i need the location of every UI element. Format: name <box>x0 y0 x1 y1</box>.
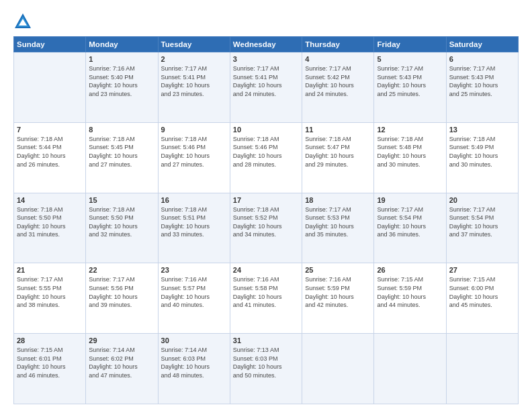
calendar-cell: 20Sunrise: 7:17 AM Sunset: 5:54 PM Dayli… <box>446 193 518 263</box>
day-info: Sunrise: 7:16 AM Sunset: 5:59 PM Dayligh… <box>305 275 371 309</box>
day-info: Sunrise: 7:17 AM Sunset: 5:54 PM Dayligh… <box>377 205 443 239</box>
calendar-cell: 7Sunrise: 7:18 AM Sunset: 5:44 PM Daylig… <box>14 122 86 193</box>
calendar-cell: 19Sunrise: 7:17 AM Sunset: 5:54 PM Dayli… <box>374 193 446 263</box>
calendar-cell: 26Sunrise: 7:15 AM Sunset: 5:59 PM Dayli… <box>374 263 446 334</box>
day-number: 3 <box>233 55 299 63</box>
day-number: 22 <box>89 266 154 274</box>
calendar-week-row: 28Sunrise: 7:15 AM Sunset: 6:01 PM Dayli… <box>14 334 519 404</box>
calendar-cell: 15Sunrise: 7:18 AM Sunset: 5:50 PM Dayli… <box>86 193 158 263</box>
calendar-cell <box>302 334 374 404</box>
calendar-week-row: 7Sunrise: 7:18 AM Sunset: 5:44 PM Daylig… <box>14 122 519 193</box>
day-number: 23 <box>161 266 227 274</box>
day-number: 27 <box>449 266 515 274</box>
day-info: Sunrise: 7:18 AM Sunset: 5:46 PM Dayligh… <box>233 135 299 169</box>
day-number: 17 <box>233 196 299 204</box>
day-number: 28 <box>17 336 83 345</box>
weekday-header: Saturday <box>446 37 518 52</box>
day-number: 9 <box>161 126 227 134</box>
header-row: SundayMondayTuesdayWednesdayThursdayFrid… <box>14 37 519 52</box>
calendar-week-row: 21Sunrise: 7:17 AM Sunset: 5:55 PM Dayli… <box>14 263 519 334</box>
weekday-header: Monday <box>86 37 158 52</box>
day-number: 19 <box>377 196 443 204</box>
day-number: 16 <box>161 196 227 204</box>
day-info: Sunrise: 7:17 AM Sunset: 5:41 PM Dayligh… <box>161 64 227 98</box>
calendar-cell: 10Sunrise: 7:18 AM Sunset: 5:46 PM Dayli… <box>230 122 302 193</box>
day-info: Sunrise: 7:18 AM Sunset: 5:47 PM Dayligh… <box>305 135 371 169</box>
day-info: Sunrise: 7:17 AM Sunset: 5:42 PM Dayligh… <box>305 64 371 98</box>
day-number: 15 <box>89 196 154 204</box>
day-info: Sunrise: 7:18 AM Sunset: 5:44 PM Dayligh… <box>17 135 83 169</box>
day-info: Sunrise: 7:18 AM Sunset: 5:46 PM Dayligh… <box>161 135 227 169</box>
day-number: 4 <box>305 55 371 63</box>
calendar-cell: 11Sunrise: 7:18 AM Sunset: 5:47 PM Dayli… <box>302 122 374 193</box>
day-number: 24 <box>233 266 299 274</box>
calendar-cell: 16Sunrise: 7:18 AM Sunset: 5:51 PM Dayli… <box>158 193 230 263</box>
day-number: 7 <box>17 126 83 134</box>
day-info: Sunrise: 7:15 AM Sunset: 6:00 PM Dayligh… <box>449 275 515 309</box>
day-number: 2 <box>161 55 227 63</box>
calendar-cell: 8Sunrise: 7:18 AM Sunset: 5:45 PM Daylig… <box>86 122 158 193</box>
day-info: Sunrise: 7:18 AM Sunset: 5:50 PM Dayligh… <box>17 205 83 239</box>
day-info: Sunrise: 7:16 AM Sunset: 5:57 PM Dayligh… <box>161 275 227 309</box>
day-number: 1 <box>89 55 154 63</box>
calendar-week-row: 14Sunrise: 7:18 AM Sunset: 5:50 PM Dayli… <box>14 193 519 263</box>
calendar-cell: 21Sunrise: 7:17 AM Sunset: 5:55 PM Dayli… <box>14 263 86 334</box>
calendar-header: SundayMondayTuesdayWednesdayThursdayFrid… <box>14 37 519 52</box>
calendar-cell: 1Sunrise: 7:16 AM Sunset: 5:40 PM Daylig… <box>86 52 158 123</box>
calendar-cell: 25Sunrise: 7:16 AM Sunset: 5:59 PM Dayli… <box>302 263 374 334</box>
logo <box>13 12 35 31</box>
day-number: 6 <box>449 55 515 63</box>
day-info: Sunrise: 7:18 AM Sunset: 5:52 PM Dayligh… <box>233 205 299 239</box>
day-number: 30 <box>161 336 227 345</box>
calendar-cell: 4Sunrise: 7:17 AM Sunset: 5:42 PM Daylig… <box>302 52 374 123</box>
day-info: Sunrise: 7:15 AM Sunset: 6:01 PM Dayligh… <box>17 346 83 379</box>
day-info: Sunrise: 7:17 AM Sunset: 5:43 PM Dayligh… <box>377 64 443 98</box>
day-info: Sunrise: 7:18 AM Sunset: 5:45 PM Dayligh… <box>89 135 154 169</box>
day-info: Sunrise: 7:17 AM Sunset: 5:56 PM Dayligh… <box>89 275 154 309</box>
weekday-header: Thursday <box>302 37 374 52</box>
day-number: 12 <box>377 126 443 134</box>
day-info: Sunrise: 7:16 AM Sunset: 5:40 PM Dayligh… <box>89 64 154 98</box>
day-number: 20 <box>449 196 515 204</box>
calendar-cell <box>14 52 86 123</box>
day-info: Sunrise: 7:18 AM Sunset: 5:51 PM Dayligh… <box>161 205 227 239</box>
day-info: Sunrise: 7:13 AM Sunset: 6:03 PM Dayligh… <box>233 346 299 379</box>
day-info: Sunrise: 7:14 AM Sunset: 6:02 PM Dayligh… <box>89 346 154 379</box>
calendar-table: SundayMondayTuesdayWednesdayThursdayFrid… <box>13 36 519 404</box>
day-number: 25 <box>305 266 371 274</box>
calendar-cell: 17Sunrise: 7:18 AM Sunset: 5:52 PM Dayli… <box>230 193 302 263</box>
calendar-cell: 12Sunrise: 7:18 AM Sunset: 5:48 PM Dayli… <box>374 122 446 193</box>
weekday-header: Friday <box>374 37 446 52</box>
calendar-body: 1Sunrise: 7:16 AM Sunset: 5:40 PM Daylig… <box>14 52 519 404</box>
day-info: Sunrise: 7:15 AM Sunset: 5:59 PM Dayligh… <box>377 275 443 309</box>
day-number: 11 <box>305 126 371 134</box>
calendar-cell: 5Sunrise: 7:17 AM Sunset: 5:43 PM Daylig… <box>374 52 446 123</box>
day-number: 10 <box>233 126 299 134</box>
day-number: 26 <box>377 266 443 274</box>
day-number: 13 <box>449 126 515 134</box>
calendar-cell: 23Sunrise: 7:16 AM Sunset: 5:57 PM Dayli… <box>158 263 230 334</box>
calendar-week-row: 1Sunrise: 7:16 AM Sunset: 5:40 PM Daylig… <box>14 52 519 123</box>
calendar-page: SundayMondayTuesdayWednesdayThursdayFrid… <box>0 0 532 411</box>
day-number: 14 <box>17 196 83 204</box>
day-info: Sunrise: 7:16 AM Sunset: 5:58 PM Dayligh… <box>233 275 299 309</box>
day-info: Sunrise: 7:17 AM Sunset: 5:54 PM Dayligh… <box>449 205 515 239</box>
calendar-cell: 13Sunrise: 7:18 AM Sunset: 5:49 PM Dayli… <box>446 122 518 193</box>
day-info: Sunrise: 7:18 AM Sunset: 5:50 PM Dayligh… <box>89 205 154 239</box>
calendar-cell: 2Sunrise: 7:17 AM Sunset: 5:41 PM Daylig… <box>158 52 230 123</box>
calendar-cell: 14Sunrise: 7:18 AM Sunset: 5:50 PM Dayli… <box>14 193 86 263</box>
calendar-cell: 30Sunrise: 7:14 AM Sunset: 6:03 PM Dayli… <box>158 334 230 404</box>
weekday-header: Sunday <box>14 37 86 52</box>
calendar-cell: 6Sunrise: 7:17 AM Sunset: 5:43 PM Daylig… <box>446 52 518 123</box>
weekday-header: Wednesday <box>230 37 302 52</box>
day-info: Sunrise: 7:18 AM Sunset: 5:48 PM Dayligh… <box>377 135 443 169</box>
day-number: 31 <box>233 336 299 345</box>
day-info: Sunrise: 7:18 AM Sunset: 5:49 PM Dayligh… <box>449 135 515 169</box>
logo-icon <box>13 12 32 31</box>
day-info: Sunrise: 7:17 AM Sunset: 5:53 PM Dayligh… <box>305 205 371 239</box>
day-number: 5 <box>377 55 443 63</box>
calendar-cell: 18Sunrise: 7:17 AM Sunset: 5:53 PM Dayli… <box>302 193 374 263</box>
day-number: 21 <box>17 266 83 274</box>
header <box>13 12 519 31</box>
calendar-cell: 9Sunrise: 7:18 AM Sunset: 5:46 PM Daylig… <box>158 122 230 193</box>
